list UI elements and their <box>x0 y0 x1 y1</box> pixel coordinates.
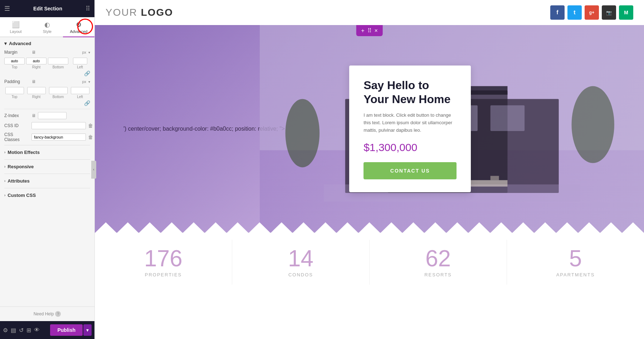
padding-unit: px <box>82 79 86 84</box>
site-logo: YOUR LOGO <box>106 7 173 18</box>
responsive-label: Responsive <box>8 164 34 169</box>
chevron-down-small-icon: ▾ <box>88 50 90 54</box>
responsive-chevron-icon: › <box>4 165 5 169</box>
collapse-arrow-icon: ‹ <box>93 168 94 171</box>
motion-effects-section: › Motion Effects <box>4 145 90 159</box>
padding-row: Padding 🖥 px ▾ <box>4 79 90 84</box>
css-id-input[interactable] <box>31 122 86 129</box>
custom-css-label: Custom CSS <box>8 193 36 198</box>
help-icon: ? <box>55 311 61 317</box>
margin-right-input[interactable] <box>26 58 47 64</box>
canvas: YOUR LOGO f t g+ 📷 M ') center/cover; ba… <box>95 0 644 339</box>
css-classes-input[interactable] <box>31 134 86 141</box>
padding-right-input[interactable]: 0 <box>27 87 46 94</box>
menu-icon[interactable]: ☰ <box>4 5 10 13</box>
motion-effects-chevron-icon: › <box>4 150 5 154</box>
tab-layout[interactable]: ⬜ Layout <box>0 17 31 37</box>
margin-inputs: Top Right Bottom Left <box>4 58 90 69</box>
stat-condos: 14 CONDOS <box>232 240 370 285</box>
card-title-line2: Your New Home <box>364 93 450 106</box>
website-preview: YOUR LOGO f t g+ 📷 M ') center/cover; ba… <box>95 0 644 339</box>
layers-bottom-icon[interactable]: ▤ <box>11 327 16 334</box>
svg-point-11 <box>571 86 614 163</box>
padding-bottom-cell: 90 Bottom <box>48 87 68 99</box>
card-title-line1: Say Hello to <box>364 79 429 92</box>
stat-apartments-label: APARTMENTS <box>511 272 640 277</box>
sidebar-content: ▾ Advanced Margin 🖥 px ▾ Top Right <box>0 37 94 306</box>
zindex-row: Z-Index 🖥 <box>4 112 90 119</box>
sidebar-header: ☰ Edit Section ⠿ <box>0 0 94 17</box>
css-id-row: CSS ID 🗑 <box>4 122 90 129</box>
padding-top-input[interactable]: 90 <box>5 87 24 94</box>
responsive-header[interactable]: › Responsive <box>4 164 90 169</box>
stat-properties-number: 176 <box>98 247 228 270</box>
margin-right-label: Right <box>32 65 40 69</box>
margin-top-label: Top <box>11 65 17 69</box>
margin-right-cell: Right <box>26 58 47 69</box>
margin-top-cell: Top <box>4 58 25 69</box>
sidebar-title: Edit Section <box>33 6 62 11</box>
padding-bottom-input[interactable]: 90 <box>49 87 68 94</box>
tab-style[interactable]: ◐ Style <box>31 17 63 37</box>
svg-rect-6 <box>490 105 525 131</box>
contact-us-button[interactable]: CONTACT US <box>364 162 457 179</box>
stats-section: 176 PROPERTIES 14 CONDOS 62 RESORTS 5 AP… <box>95 233 644 292</box>
tab-advanced-label: Advanced <box>70 29 88 34</box>
section-close-button[interactable]: × <box>375 28 378 34</box>
zindex-input[interactable] <box>38 112 67 119</box>
margin-left-input[interactable] <box>73 58 87 64</box>
custom-css-header[interactable]: › Custom CSS <box>4 193 90 198</box>
section-move-button[interactable]: ⠿ <box>367 27 372 34</box>
sidebar: ☰ Edit Section ⠿ ⬜ Layout ◐ Style ⚙ Adva… <box>0 0 95 339</box>
publish-dropdown-button[interactable]: ▾ <box>83 324 92 336</box>
zindex-label: Z-Index <box>4 113 29 118</box>
padding-left-input[interactable]: 0 <box>71 87 89 94</box>
history-bottom-icon[interactable]: ↺ <box>19 327 24 334</box>
section-add-button[interactable]: + <box>361 28 364 34</box>
margin-top-input[interactable] <box>4 58 25 64</box>
tab-advanced[interactable]: ⚙ Advanced <box>63 17 94 37</box>
margin-bottom-input[interactable] <box>48 58 68 64</box>
attributes-section: › Attributes <box>4 174 90 188</box>
padding-link-icon[interactable]: 🔗 <box>84 100 90 106</box>
card-price: $1,300,000 <box>364 141 457 154</box>
instagram-icon[interactable]: 📷 <box>602 5 616 20</box>
margin-label: Margin <box>4 50 29 55</box>
stat-resorts: 62 RESORTS <box>370 240 507 285</box>
padding-top-cell: 90 Top <box>4 87 25 99</box>
sidebar-tabs: ⬜ Layout ◐ Style ⚙ Advanced <box>0 17 94 37</box>
eye-bottom-icon[interactable]: 👁 <box>34 327 40 333</box>
layout-icon: ⬜ <box>12 21 20 29</box>
tab-style-label: Style <box>43 29 52 34</box>
card-description: I am text block. Click edit button to ch… <box>364 112 457 134</box>
attributes-header[interactable]: › Attributes <box>4 178 90 184</box>
motion-effects-header[interactable]: › Motion Effects <box>4 150 90 155</box>
zindex-monitor-icon: 🖥 <box>31 113 36 118</box>
facebook-icon[interactable]: f <box>550 5 565 20</box>
svg-point-10 <box>285 99 319 167</box>
css-classes-row: CSS Classes 🗑 <box>4 132 90 142</box>
settings-bottom-icon[interactable]: ⚙ <box>3 327 8 334</box>
attributes-chevron-icon: › <box>4 179 5 183</box>
stat-resorts-number: 62 <box>373 247 503 270</box>
margin-left-cell: Left <box>70 58 90 69</box>
margin-left-label: Left <box>77 65 83 69</box>
collapse-handle[interactable]: ‹ <box>91 161 96 179</box>
css-id-delete-button[interactable]: 🗑 <box>88 123 93 129</box>
stat-condos-number: 14 <box>236 247 366 270</box>
margin-link-icon[interactable]: 🔗 <box>84 71 90 76</box>
medium-icon[interactable]: M <box>619 5 633 20</box>
attributes-label: Attributes <box>8 178 29 184</box>
google-icon[interactable]: g+ <box>585 5 599 20</box>
css-classes-delete-button[interactable]: 🗑 <box>88 134 93 140</box>
responsive-bottom-icon[interactable]: ⊞ <box>26 327 31 334</box>
margin-row: Margin 🖥 px ▾ <box>4 50 90 55</box>
padding-inputs: 90 Top 0 Right 90 Bottom <box>4 87 90 99</box>
site-nav: YOUR LOGO f t g+ 📷 M <box>95 0 644 25</box>
publish-button[interactable]: Publish <box>50 324 83 336</box>
cssid-label: CSS ID <box>4 123 29 128</box>
section-toolbar: + ⠿ × <box>356 25 383 36</box>
hero-section: ') center/cover; background-color: #b0a0… <box>95 25 644 233</box>
twitter-icon[interactable]: t <box>567 5 582 20</box>
grid-icon[interactable]: ⠿ <box>86 5 90 13</box>
